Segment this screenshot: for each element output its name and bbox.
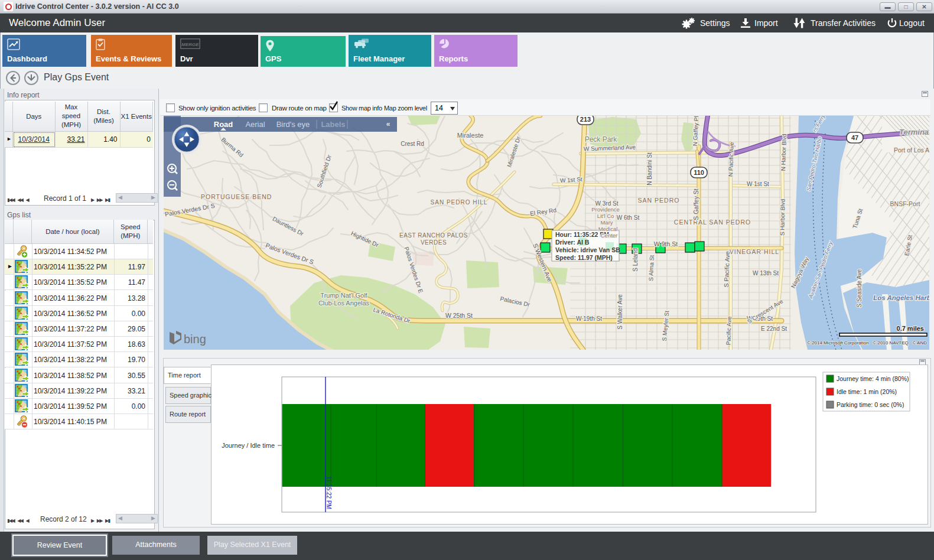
svg-text:VINEGAR HILL: VINEGAR HILL bbox=[730, 248, 779, 255]
svg-text:Center: Center bbox=[601, 232, 618, 239]
svg-text:0.7 miles: 0.7 miles bbox=[897, 325, 924, 332]
svg-text:Los Angeles Harb: Los Angeles Harb bbox=[873, 294, 929, 301]
svg-text:Bird's eye: Bird's eye bbox=[276, 120, 310, 129]
svg-text:Aerial: Aerial bbox=[245, 120, 265, 129]
svg-text:MERGE: MERGE bbox=[181, 42, 199, 47]
svg-text:© 2014 Microsoft Corporation: © 2014 Microsoft Corporation © 2010 NAVT… bbox=[807, 340, 927, 346]
svg-text:S Harbor Blvd: S Harbor Blvd bbox=[779, 199, 786, 236]
svg-text:110: 110 bbox=[694, 169, 704, 176]
svg-text:W 1st St: W 1st St bbox=[747, 181, 769, 187]
svg-text:11:35:22 PM: 11:35:22 PM bbox=[326, 476, 332, 509]
svg-text:Crest Rd: Crest Rd bbox=[401, 141, 424, 147]
svg-text:Club-Los Angelas: Club-Los Angelas bbox=[318, 299, 370, 307]
svg-text:CENTRAL SAN PEDRO: CENTRAL SAN PEDRO bbox=[674, 219, 751, 226]
svg-text:W 13th St: W 13th St bbox=[753, 270, 779, 276]
svg-text:S Pacific Ave: S Pacific Ave bbox=[723, 251, 731, 288]
svg-text:SAN PEDRO: SAN PEDRO bbox=[638, 197, 680, 204]
svg-text:Providence: Providence bbox=[591, 206, 620, 213]
svg-text:Parking time: 0 sec (0%): Parking time: 0 sec (0%) bbox=[837, 401, 904, 408]
svg-text:N Harbor Blvd: N Harbor Blvd bbox=[780, 134, 787, 171]
svg-text:N Pacific Ave: N Pacific Ave bbox=[727, 142, 735, 177]
svg-text:Driver: AI B: Driver: AI B bbox=[555, 239, 590, 246]
svg-text:Terminal Isl: Terminal Isl bbox=[899, 128, 929, 136]
svg-text:SAN PEDRO HILL: SAN PEDRO HILL bbox=[431, 199, 488, 206]
svg-text:Journey / Idle time: Journey / Idle time bbox=[222, 442, 275, 449]
svg-text:213: 213 bbox=[580, 116, 591, 123]
svg-text:Miraleste: Miraleste bbox=[457, 132, 484, 139]
svg-text:Medical: Medical bbox=[598, 226, 618, 232]
svg-text:W 25th St: W 25th St bbox=[445, 312, 473, 319]
svg-text:BNSF-Port: BNSF-Port bbox=[890, 200, 920, 207]
svg-text:S Gaffey St: S Gaffey St bbox=[692, 188, 699, 220]
svg-text:N Bandini St: N Bandini St bbox=[646, 152, 653, 185]
svg-text:S Leland: S Leland bbox=[632, 248, 639, 271]
svg-text:Peck Park: Peck Park bbox=[585, 135, 618, 144]
svg-text:Idle time: 1 min (20%): Idle time: 1 min (20%) bbox=[837, 388, 897, 395]
svg-text:bing: bing bbox=[184, 333, 206, 346]
svg-text:W 9th St: W 9th St bbox=[654, 240, 678, 248]
svg-text:47: 47 bbox=[851, 134, 858, 141]
svg-text:Labels: Labels bbox=[321, 120, 345, 129]
svg-text:PORTUGUESE BEND: PORTUGUESE BEND bbox=[201, 193, 272, 200]
svg-text:Trump Nat'l Golf: Trump Nat'l Golf bbox=[320, 292, 367, 299]
svg-text:Speed: 11.97 (MPH): Speed: 11.97 (MPH) bbox=[555, 254, 613, 261]
svg-text:S Walker Ave: S Walker Ave bbox=[617, 294, 623, 330]
svg-text:W 19th St: W 19th St bbox=[576, 315, 602, 322]
svg-text:VERDES: VERDES bbox=[421, 239, 447, 246]
svg-text:Journey time: 4 min (80%): Journey time: 4 min (80%) bbox=[837, 375, 909, 382]
svg-text:S Alma St: S Alma St bbox=[647, 255, 655, 281]
svg-text:W 6th St: W 6th St bbox=[617, 214, 640, 221]
svg-text:«: « bbox=[386, 120, 390, 128]
svg-text:Mary: Mary bbox=[600, 219, 613, 226]
svg-text:S Seaside Ave: S Seaside Ave bbox=[856, 269, 863, 307]
svg-text:E 22nd St: E 22nd St bbox=[761, 325, 787, 332]
svg-text:Lit'l Co: Lit'l Co bbox=[597, 213, 614, 219]
svg-text:EAST RANCHO PALOS: EAST RANCHO PALOS bbox=[399, 232, 468, 239]
svg-text:Pacific Ave: Pacific Ave bbox=[725, 316, 733, 346]
svg-text:Vehicle: idrive Van SB: Vehicle: idrive Van SB bbox=[555, 246, 620, 253]
svg-text:Road: Road bbox=[214, 120, 233, 129]
svg-text:Port of Los Angel: Port of Los Angel bbox=[894, 146, 929, 154]
